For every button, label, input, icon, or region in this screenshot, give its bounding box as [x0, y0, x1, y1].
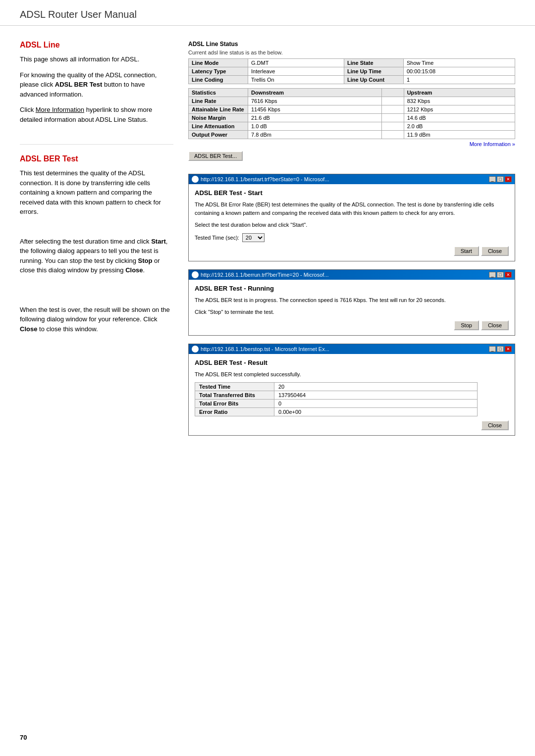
cell: 14.6 dB — [404, 114, 515, 122]
browser-running-window: http://192.168.1.1/berrun.trf?berTime=20… — [188, 269, 515, 336]
cell-value: 0.00e+00 — [274, 408, 478, 416]
minimize-button[interactable]: _ — [489, 272, 496, 278]
adsl-line-section: ADSL Line This page shows all informatio… — [20, 41, 173, 124]
page-header: ADSL Router User Manual — [0, 0, 535, 26]
table-row: Output Power 7.8 dBm 11.9 dBm — [189, 131, 515, 139]
close-button-result[interactable]: Close — [481, 420, 509, 430]
cell: 7616 Kbps — [248, 97, 382, 105]
cell: Output Power — [189, 131, 248, 139]
ber-result-title: ADSL BER Test - Result — [195, 359, 509, 366]
page-number: 70 — [20, 734, 27, 741]
adsl-line-desc3: Click More Information hyperlink to show… — [20, 105, 173, 124]
minimize-button[interactable]: _ — [489, 176, 496, 182]
maximize-button[interactable]: □ — [497, 176, 504, 182]
close-button-start[interactable]: Close — [481, 246, 509, 256]
adsl-line-desc2: For knowing the quality of the ADSL conn… — [20, 70, 173, 100]
table-row: Line Attenuation 1.0 dB 2.0 dB — [189, 122, 515, 131]
cell: 7.8 dBm — [248, 131, 382, 139]
status-section-title: ADSL Line Status — [188, 41, 515, 48]
status-subtitle: Current adsl line status is as the below… — [188, 50, 515, 55]
browser-running-content: ADSL BER Test - Running The ADSL BER tes… — [189, 280, 515, 335]
start-btn-row: Start Close — [195, 246, 509, 256]
browser-start-window: http://192.168.1.1/berstart.trf?berState… — [188, 174, 515, 261]
cell: Line Up Time — [344, 67, 403, 76]
browser-result-url: http://192.168.1.1/berstop.tst - Microso… — [201, 346, 329, 352]
result-table: Tested Time 20 Total Transferred Bits 13… — [195, 382, 478, 416]
titlebar-left: http://192.168.1.1/berrun.trf?berTime=20… — [192, 271, 329, 278]
ber-after-desc: After selecting the test duration time a… — [20, 237, 173, 275]
cell: Interleave — [248, 67, 344, 76]
result-pre: When the test is over, the result will b… — [20, 306, 170, 323]
table-row: Error Ratio 0.00e+00 — [195, 408, 478, 416]
browser-result-titlebar: http://192.168.1.1/berstop.tst - Microso… — [189, 344, 515, 354]
adsl-line-desc1: This page shows all information for ADSL… — [20, 54, 173, 64]
minimize-button[interactable]: _ — [489, 346, 496, 352]
cell-label: Tested Time — [195, 383, 274, 391]
browser-running-titlebar: http://192.168.1.1/berrun.trf?berTime=20… — [189, 270, 515, 280]
close-button[interactable]: ✕ — [505, 346, 512, 352]
status-table-2: Statistics Downstream Upstream Line Rate… — [188, 88, 515, 139]
cell: Line State — [344, 59, 403, 67]
cell — [382, 131, 404, 139]
cell: Noise Margin — [189, 114, 248, 122]
close-button[interactable]: ✕ — [505, 176, 512, 182]
stop-button[interactable]: Stop — [454, 320, 479, 330]
cell: G.DMT — [248, 59, 344, 67]
after-close-bold: Close — [125, 266, 143, 274]
cell-label: Total Error Bits — [195, 400, 274, 408]
right-column: ADSL Line Status Current adsl line statu… — [188, 41, 515, 444]
tested-time-row: Tested Time (sec): 20 40 60 120 — [195, 233, 509, 242]
close-button-running[interactable]: Close — [481, 320, 509, 330]
browser-result-window: http://192.168.1.1/berstop.tst - Microso… — [188, 344, 515, 436]
cell-value: 137950464 — [274, 391, 478, 400]
after-start-bold: Start — [151, 238, 166, 245]
cell — [382, 114, 404, 122]
browser-start-url: http://192.168.1.1/berstart.trf?berState… — [201, 176, 329, 182]
left-column: ADSL Line This page shows all informatio… — [20, 41, 173, 444]
ber-test-desc1: This test determines the quality of the … — [20, 168, 173, 217]
maximize-button[interactable]: □ — [497, 346, 504, 352]
table-row: Latency Type Interleave Line Up Time 00:… — [189, 67, 515, 76]
tested-time-select[interactable]: 20 40 60 120 — [242, 233, 265, 242]
table-row: Noise Margin 21.6 dB 14.6 dB — [189, 114, 515, 122]
browser-icon — [192, 271, 199, 278]
cell: 00:00:15:08 — [403, 67, 515, 76]
cell: 1212 Kbps — [404, 105, 515, 114]
ber-start-title: ADSL BER Test - Start — [195, 189, 509, 197]
maximize-button[interactable]: □ — [497, 272, 504, 278]
cell-value: 20 — [274, 383, 478, 391]
after-period: . — [143, 266, 145, 274]
browser-icon — [192, 346, 199, 353]
table-row: Statistics Downstream Upstream — [189, 89, 515, 97]
cell-header: Statistics — [189, 89, 248, 97]
cell: 1 — [403, 76, 515, 84]
ber-start-para2: Select the test duration below and click… — [195, 221, 509, 229]
titlebar-left: http://192.168.1.1/berstop.tst - Microso… — [192, 346, 329, 353]
tested-time-label: Tested Time (sec): — [195, 235, 239, 241]
cell: Line Mode — [189, 59, 248, 67]
browser-result-content: ADSL BER Test - Result The ADSL BER test… — [189, 354, 515, 436]
close-button[interactable]: ✕ — [505, 272, 512, 278]
cell — [382, 97, 404, 105]
ber-test-title: ADSL BER Test — [20, 154, 173, 163]
cell: Attainable Line Rate — [189, 105, 248, 114]
ber-test-section: ADSL BER Test This test determines the q… — [20, 154, 173, 217]
ber-after-block: After selecting the test duration time a… — [20, 237, 173, 275]
start-button[interactable]: Start — [454, 246, 479, 256]
result-end: to close this window. — [37, 325, 98, 333]
browser-controls: _ □ ✕ — [489, 346, 512, 352]
more-information-link[interactable]: More Information — [36, 106, 84, 113]
cell: 2.0 dB — [404, 122, 515, 131]
ber-test-button[interactable]: ADSL BER Test... — [188, 151, 243, 161]
ber-running-title: ADSL BER Test - Running — [195, 285, 509, 292]
more-info-link[interactable]: More Information » — [188, 141, 515, 147]
ber-running-para2: Click "Stop" to terminate the test. — [195, 308, 509, 316]
result-btn-row: Close — [195, 420, 509, 430]
table-row: Line Rate 7616 Kbps 832 Kbps — [189, 97, 515, 105]
after-pre: After selecting the test duration time a… — [20, 238, 151, 245]
table-row: Total Error Bits 0 — [195, 400, 478, 408]
cell: Line Attenuation — [189, 122, 248, 131]
cell: 1.0 dB — [248, 122, 382, 131]
cell: Show Time — [403, 59, 515, 67]
browser-controls: _ □ ✕ — [489, 272, 512, 278]
